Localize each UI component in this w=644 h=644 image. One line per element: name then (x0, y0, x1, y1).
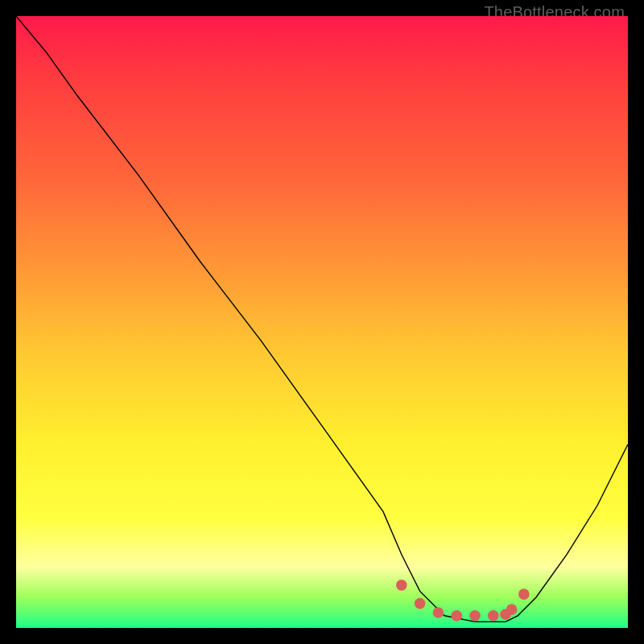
curve-svg (16, 16, 628, 628)
sweet-spot-dot (506, 604, 518, 615)
sweet-spot-dot (469, 610, 481, 621)
chart-frame: TheBottleneck.com (0, 0, 644, 644)
sweet-spot-dot (451, 610, 462, 621)
sweet-spot-dot (415, 598, 426, 609)
sweet-spot-dot (396, 580, 407, 591)
sweet-spot-dot (518, 588, 530, 600)
sweet-spot-dot (488, 610, 499, 621)
plot-area (16, 16, 628, 628)
sweet-spot-markers (396, 580, 530, 621)
bottleneck-curve (16, 16, 628, 621)
sweet-spot-dot (433, 607, 444, 618)
